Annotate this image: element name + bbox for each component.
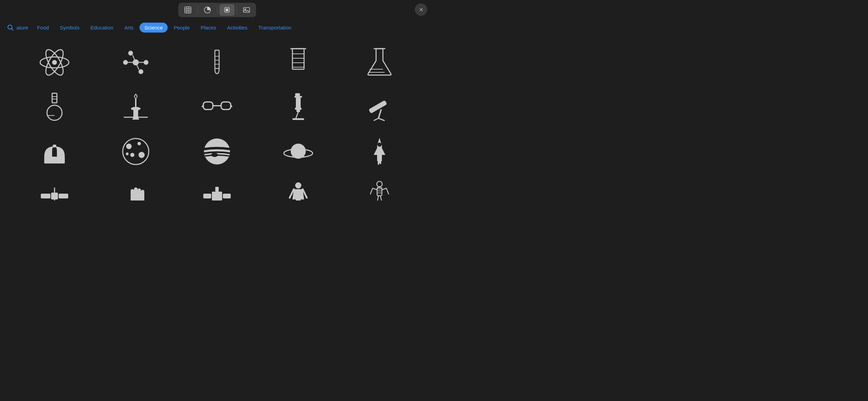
svg-point-20 (144, 60, 148, 65)
svg-line-61 (374, 118, 378, 121)
svg-point-19 (123, 60, 128, 65)
category-transportation[interactable]: Transportation (254, 23, 296, 33)
goggles-icon-cell[interactable] (176, 85, 257, 129)
svg-rect-57 (292, 118, 304, 120)
space-station-icon-cell[interactable] (176, 174, 257, 200)
svg-rect-85 (203, 194, 211, 198)
beaker-icon-cell[interactable] (258, 40, 339, 85)
molecule-icon-cell[interactable] (95, 40, 176, 85)
category-arts[interactable]: Arts (120, 23, 138, 33)
round-flask-icon-cell[interactable] (14, 85, 95, 129)
hand-icon-cell[interactable] (95, 174, 176, 200)
svg-rect-76 (378, 161, 379, 165)
svg-point-67 (137, 142, 141, 145)
media-button[interactable] (239, 4, 254, 16)
svg-line-103 (381, 196, 382, 200)
table-button[interactable] (180, 4, 195, 16)
category-places[interactable]: Places (196, 23, 221, 33)
svg-point-65 (123, 138, 149, 165)
icons-scroll-area (0, 37, 434, 200)
svg-line-99 (382, 188, 386, 190)
svg-line-25 (133, 55, 135, 60)
toolbar-group (178, 3, 256, 17)
flask-icon-cell[interactable] (339, 40, 420, 85)
category-food[interactable]: Food (32, 23, 53, 33)
skeleton-icon-cell[interactable] (339, 174, 420, 200)
svg-point-12 (8, 25, 12, 29)
category-science[interactable]: Science (140, 23, 167, 33)
observatory-icon-cell[interactable] (14, 129, 95, 174)
svg-rect-49 (203, 102, 213, 110)
svg-line-60 (378, 109, 381, 118)
svg-line-101 (377, 196, 378, 200)
svg-point-17 (52, 60, 57, 65)
bunsen-burner-icon-cell[interactable] (95, 85, 176, 129)
shape-button[interactable] (219, 4, 234, 16)
svg-rect-52 (295, 93, 300, 96)
svg-point-47 (131, 107, 141, 110)
atom-icon-cell[interactable] (14, 40, 95, 85)
search-icon (7, 24, 14, 32)
svg-rect-54 (296, 98, 301, 108)
saturn-icon-cell[interactable] (258, 129, 339, 174)
moon-icon-cell[interactable] (95, 129, 176, 174)
close-icon: ✕ (419, 7, 423, 13)
svg-line-13 (12, 28, 14, 31)
svg-rect-87 (215, 187, 219, 192)
svg-point-66 (126, 144, 132, 149)
svg-rect-84 (212, 192, 222, 200)
chart-button[interactable] (200, 4, 215, 16)
svg-rect-31 (292, 49, 304, 69)
toolbar: ✕ (0, 0, 434, 21)
divider-1 (197, 6, 198, 14)
svg-point-72 (211, 153, 218, 157)
svg-point-69 (138, 152, 145, 158)
category-people[interactable]: People (169, 23, 195, 33)
svg-rect-53 (294, 96, 302, 98)
svg-point-70 (126, 153, 129, 155)
svg-rect-63 (44, 157, 65, 163)
svg-point-78 (377, 143, 382, 147)
svg-rect-0 (185, 7, 191, 13)
svg-rect-59 (369, 100, 387, 114)
svg-line-98 (370, 188, 373, 194)
svg-rect-27 (215, 50, 219, 68)
svg-point-92 (377, 181, 382, 187)
close-button[interactable]: ✕ (415, 3, 427, 16)
svg-line-62 (378, 118, 385, 121)
svg-point-41 (47, 105, 62, 120)
svg-line-58 (296, 112, 298, 118)
svg-rect-56 (297, 109, 300, 112)
svg-rect-64 (53, 145, 56, 147)
svg-line-97 (373, 188, 377, 190)
svg-rect-81 (59, 194, 68, 198)
svg-point-22 (138, 69, 143, 74)
rocket-icon-cell[interactable] (339, 129, 420, 174)
microscope-icon-cell[interactable] (258, 85, 339, 129)
search-text: ature (16, 25, 28, 31)
human-body-icon-cell[interactable] (258, 174, 339, 200)
category-education[interactable]: Education (86, 23, 118, 33)
svg-rect-77 (380, 161, 381, 164)
category-nav: ature Food Symbols Education Arts Scienc… (0, 21, 434, 37)
svg-point-89 (295, 182, 301, 189)
svg-rect-50 (221, 102, 231, 110)
svg-rect-40 (52, 93, 57, 103)
svg-rect-80 (41, 194, 50, 198)
test-tube-icon-cell[interactable] (176, 40, 257, 85)
icons-grid (0, 37, 434, 200)
category-activities[interactable]: Activities (222, 23, 252, 33)
category-symbols[interactable]: Symbols (55, 23, 84, 33)
svg-rect-86 (223, 194, 231, 198)
svg-line-100 (386, 188, 389, 194)
svg-point-18 (133, 59, 139, 65)
telescope-icon-cell[interactable] (339, 85, 420, 129)
svg-point-75 (291, 144, 306, 159)
svg-rect-9 (226, 9, 228, 11)
svg-point-21 (128, 51, 133, 56)
planet-stripes-icon-cell[interactable] (176, 129, 257, 174)
svg-line-26 (137, 65, 139, 70)
divider-3 (237, 6, 237, 14)
satellite-icon-cell[interactable] (14, 174, 95, 200)
svg-point-68 (130, 153, 134, 157)
